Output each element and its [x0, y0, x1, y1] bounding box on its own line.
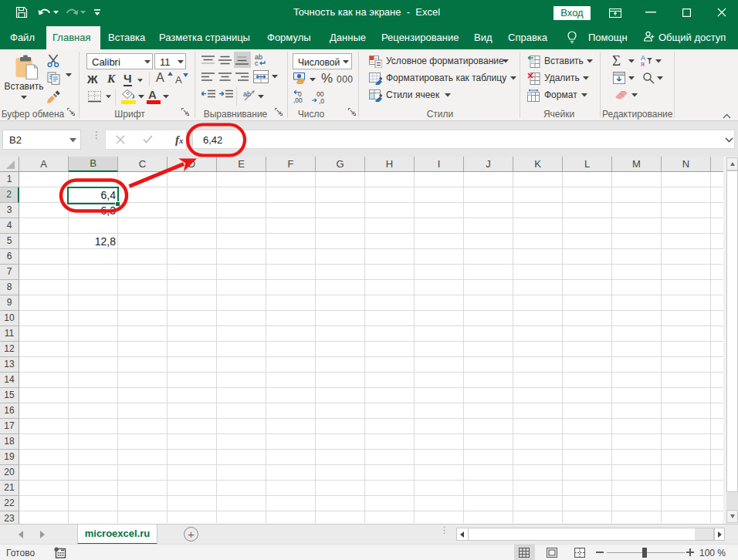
svg-text:ab: ab [243, 90, 251, 98]
svg-text:я: я [641, 60, 645, 67]
svg-text:,00: ,00 [293, 96, 303, 104]
svg-text:c: c [255, 59, 259, 66]
svg-text:,0: ,0 [319, 97, 324, 105]
